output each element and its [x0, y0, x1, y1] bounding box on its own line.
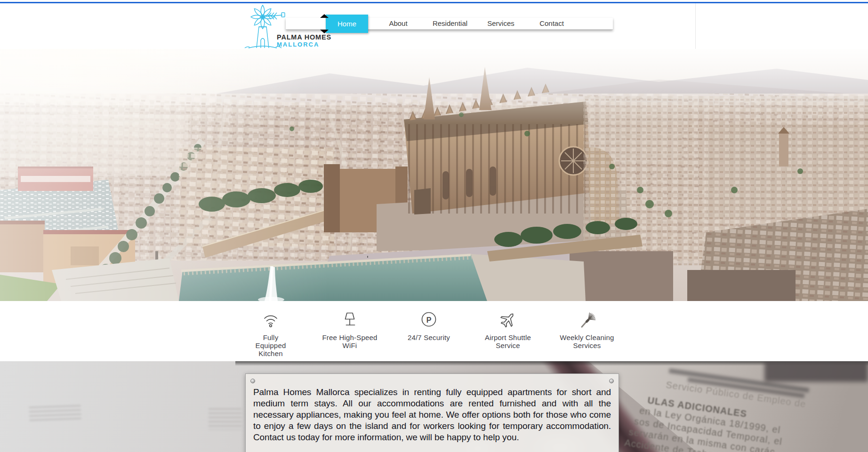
lamp-icon	[340, 310, 359, 330]
feature-security: P 24/7 Security	[394, 301, 464, 361]
nav-item-contact[interactable]: Contact	[539, 18, 564, 29]
feature-kitchen: Fully Equipped Kitchen	[235, 301, 306, 361]
feature-cleaning: Weekly Cleaning Services	[552, 301, 622, 361]
nav-item-services[interactable]: Services	[487, 18, 514, 29]
wifi-icon	[261, 310, 280, 330]
feature-label: 24/7 Security	[408, 333, 450, 341]
nav-item-home[interactable]: Home	[326, 15, 368, 33]
nav-item-residential[interactable]: Residential	[433, 18, 467, 29]
blurred-print-marks	[29, 405, 81, 422]
about-card: Palma Homes Mallorca specializes in rent…	[245, 373, 619, 452]
parking-icon: P	[419, 310, 438, 330]
logo-wordmark-line2: MALLORCA	[277, 41, 319, 48]
screw-icon	[250, 379, 255, 383]
screw-icon	[609, 379, 614, 383]
main-nav: Home About Residential Services Contact	[286, 18, 613, 30]
about-section: Servicio Público de Empleo de ULAS ADICI…	[0, 361, 868, 452]
feature-label: Airport Shuttle Service	[475, 333, 541, 349]
palma-homes-page: PALMA HOMES MALLORCA Home About Resident…	[0, 0, 868, 452]
feature-label: Fully Equipped Kitchen	[252, 333, 289, 357]
hero-image	[0, 49, 868, 301]
nav-arrow-up-icon	[320, 14, 329, 18]
feature-label: Free High-Speed WiFi	[317, 333, 383, 349]
nav-item-about[interactable]: About	[389, 18, 407, 29]
about-paragraph: Palma Homes Mallorca specializes in rent…	[253, 387, 611, 443]
newspaper-dark-corner	[764, 361, 868, 382]
duster-icon	[578, 310, 596, 330]
svg-text:P: P	[426, 316, 432, 324]
header-divider	[695, 3, 696, 49]
features-row: Fully Equipped Kitchen Free High-Speed W…	[0, 301, 863, 361]
airplane-icon	[498, 310, 517, 330]
logo-wordmark-line1: PALMA HOMES	[277, 33, 331, 41]
nav-arrow-down-icon	[320, 30, 329, 33]
blurred-print-marks	[209, 408, 241, 430]
feature-wifi: Free High-Speed WiFi	[314, 301, 385, 361]
site-header: PALMA HOMES MALLORCA Home About Resident…	[0, 3, 868, 49]
feature-label: Weekly Cleaning Services	[554, 333, 620, 349]
feature-shuttle: Airport Shuttle Service	[473, 301, 543, 361]
